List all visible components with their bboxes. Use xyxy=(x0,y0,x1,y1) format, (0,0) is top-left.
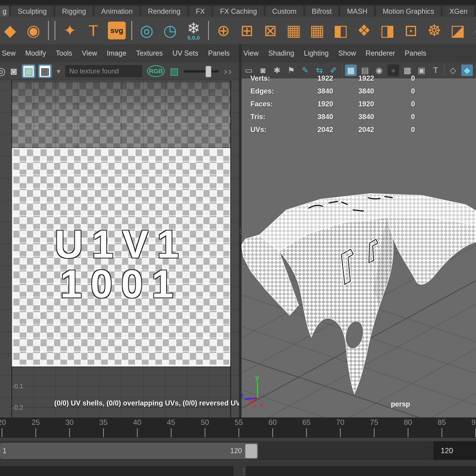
snap-origin-icon[interactable]: ❄0,0,0 xyxy=(185,20,203,41)
construction-plane-icon[interactable]: ◎ xyxy=(138,20,156,41)
shelf-tab-fx[interactable]: FX xyxy=(189,6,212,17)
shelf-separator xyxy=(54,21,55,40)
rgb-channels-icon[interactable]: RGB xyxy=(147,65,165,77)
segmented-circle-icon[interactable]: ◉ xyxy=(25,20,42,41)
uv-tile-0-1: U1V1 1001 xyxy=(12,148,231,366)
shelf-tab-mash[interactable]: MASH xyxy=(340,6,374,17)
toolbar-separator xyxy=(444,64,444,76)
uv-editor-toolbar: ◎ ◙ ▨ ▦ ▾ No texture found RGB ▨ ›› xyxy=(0,62,239,80)
range-mid-panel xyxy=(259,442,432,460)
range-slider-handle[interactable] xyxy=(245,444,257,458)
panel-divider[interactable]: ⋮ xyxy=(239,44,241,417)
uv-menu-tools[interactable]: Tools xyxy=(56,49,72,57)
uv-menu-view[interactable]: View xyxy=(82,49,97,57)
shelf-tab-animation[interactable]: Animation xyxy=(94,6,139,17)
bottom-right-panel[interactable] xyxy=(246,466,476,476)
timeline-tick xyxy=(340,428,341,437)
range-slider[interactable]: 1 120 xyxy=(0,443,258,459)
duplicate-tiles-icon[interactable]: ⊞ xyxy=(238,20,256,41)
uv-tile-label-bottom: 1001 xyxy=(13,264,229,304)
shelf-tab-custom[interactable]: Custom xyxy=(266,6,303,17)
timeline-frame-35: 35 xyxy=(99,418,108,426)
shelf-tab-rigging[interactable]: Rigging xyxy=(55,6,93,17)
type-tool-icon[interactable]: T xyxy=(85,20,102,41)
shelf-icon-row[interactable]: ◆◉✦Tsvg◎◷❄0,0,0⊕⊞⊠▦▦◧❖◨⊡☸◪◈⊞ xyxy=(0,17,476,44)
diamond-group-icon[interactable]: ❖ xyxy=(355,20,373,41)
viewport-menubar[interactable]: ViewShadingLightingShowRendererPanels xyxy=(241,44,476,62)
vp-menu-panels[interactable]: Panels xyxy=(405,49,426,57)
hud-value: 0 xyxy=(374,87,415,100)
uv-target-icon[interactable]: ◎ xyxy=(0,66,6,76)
slider-track xyxy=(184,70,219,72)
uv-canvas[interactable]: U1V1 1001 -0.1 -0.2 (0/0) UV shells, (0/… xyxy=(0,80,239,417)
uv-menu-sew[interactable]: Sew xyxy=(2,49,16,57)
safe-action-icon[interactable]: ▣ xyxy=(416,65,427,76)
mirror-geometry-icon[interactable]: ⊠ xyxy=(261,20,279,41)
timeline-tick xyxy=(238,428,239,437)
timeline-frame-70: 70 xyxy=(336,418,344,426)
poly-diamond-icon[interactable]: ◆ xyxy=(1,20,19,41)
expand-chevrons-icon[interactable]: ›› xyxy=(224,66,233,77)
vp-menu-view[interactable]: View xyxy=(243,49,259,57)
axis-y-label: y xyxy=(255,373,259,381)
timeline-frame-85: 85 xyxy=(438,418,446,426)
image-range-icon[interactable]: ▨ xyxy=(170,66,179,77)
timeline-frame-60: 60 xyxy=(269,418,277,426)
vp-menu-renderer[interactable]: Renderer xyxy=(366,49,395,57)
image-dim-slider[interactable] xyxy=(184,64,219,78)
set-current-time-icon[interactable]: ◷ xyxy=(161,20,179,41)
shaded-cube-icon[interactable]: ◆ xyxy=(461,65,473,76)
shelf-tab-row[interactable]: gSculptingRiggingAnimationRenderingFXFX … xyxy=(0,4,476,17)
hud-value: 1922 xyxy=(333,74,374,87)
timeline-tick xyxy=(103,428,104,437)
shelf-tab-active-partial[interactable]: g xyxy=(0,6,9,17)
timeline-frame-55: 55 xyxy=(235,418,243,426)
uv-menu-textures[interactable]: Textures xyxy=(136,49,163,57)
time-slider[interactable]: 202530354045505560657075808590 xyxy=(0,417,476,438)
uv-editor-menubar[interactable]: SewModifyToolsViewImageTexturesUV SetsPa… xyxy=(0,44,239,62)
end-frame-field[interactable]: 120 xyxy=(433,441,476,460)
diamond-pair-icon[interactable]: ◈ xyxy=(472,20,476,41)
image-display-toggle[interactable]: ▨ xyxy=(22,64,35,78)
maya-window: gSculptingRiggingAnimationRenderingFXFX … xyxy=(0,0,476,476)
checker-display-toggle[interactable]: ▦ xyxy=(38,64,52,78)
shelf-tab-bifrost[interactable]: Bifrost xyxy=(305,6,339,17)
uv-menu-uv-sets[interactable]: UV Sets xyxy=(172,49,198,57)
shelf-tab-xgen[interactable]: XGen xyxy=(443,6,474,17)
vp-menu-lighting[interactable]: Lighting xyxy=(304,49,329,57)
timeline-tick xyxy=(35,428,36,437)
border-edge-icon[interactable]: ⊡ xyxy=(402,20,420,41)
safe-title-icon[interactable]: T xyxy=(430,65,442,76)
shelf-tab-rendering[interactable]: Rendering xyxy=(141,6,187,17)
star-primitive-icon[interactable]: ✦ xyxy=(61,20,79,41)
uv-editor-panel: SewModifyToolsViewImageTexturesUV SetsPa… xyxy=(0,44,239,417)
svg-tool-icon[interactable]: svg xyxy=(108,22,126,39)
vp-menu-show[interactable]: Show xyxy=(338,49,356,57)
wireframe-cube-icon[interactable]: ◇ xyxy=(447,65,459,76)
shelf-tab-fx-caching[interactable]: FX Caching xyxy=(213,6,264,17)
vp-menu-shading[interactable]: Shading xyxy=(268,49,294,57)
texture-status-field[interactable]: No texture found xyxy=(65,65,142,77)
grid-cubes-alt-icon[interactable]: ▦ xyxy=(308,20,326,41)
extrude-cube-icon[interactable]: ◧ xyxy=(332,20,350,41)
uv-snapshot-camera-icon[interactable]: ◙ xyxy=(11,66,17,76)
uv-menu-modify[interactable]: Modify xyxy=(25,49,46,57)
layered-texture-icon[interactable]: ⊕ xyxy=(215,20,232,41)
shelf-tab-sculpting[interactable]: Sculpting xyxy=(11,6,53,17)
uv-menu-panels[interactable]: Panels xyxy=(208,49,230,57)
hud-label: UVs: xyxy=(251,126,283,138)
bottom-left-panel[interactable] xyxy=(0,466,234,476)
shelf-separator xyxy=(48,21,49,40)
grid-cubes-icon[interactable]: ▦ xyxy=(285,20,303,41)
shelf-tab-motion-graphics[interactable]: Motion Graphics xyxy=(376,6,441,17)
cloth-mesh[interactable] xyxy=(241,194,476,394)
open-cube-icon[interactable]: ◨ xyxy=(379,20,396,41)
camera-label: persp xyxy=(391,400,410,408)
timeline-tick xyxy=(306,428,307,437)
chevron-down-icon[interactable]: ▾ xyxy=(57,68,60,75)
uv-menu-image[interactable]: Image xyxy=(107,49,126,57)
slider-handle[interactable] xyxy=(205,66,211,77)
wheel-icon[interactable]: ☸ xyxy=(425,20,443,41)
flip-cube-icon[interactable]: ◪ xyxy=(449,20,467,41)
timeline-tick xyxy=(374,428,374,437)
